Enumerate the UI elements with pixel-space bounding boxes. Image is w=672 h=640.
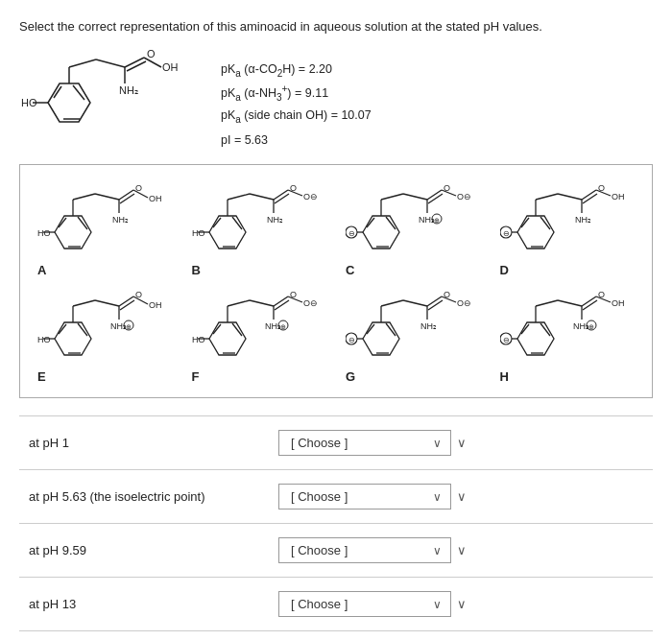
label-C: C bbox=[340, 263, 354, 277]
svg-text:⊕: ⊕ bbox=[434, 217, 440, 224]
svg-line-58 bbox=[427, 190, 442, 200]
pi-value: pI = 5.63 bbox=[221, 130, 372, 151]
pka-line2: pKa (α-NH3+) = 9.11 bbox=[221, 81, 372, 106]
select-wrapper-4: [ Choose ] ABCD EFGH bbox=[278, 591, 451, 617]
chevron-down-icon-1: ∨ bbox=[457, 436, 467, 450]
svg-line-10 bbox=[127, 61, 146, 71]
svg-text:⊕: ⊕ bbox=[280, 323, 286, 330]
svg-line-41 bbox=[274, 190, 288, 200]
svg-line-26 bbox=[120, 194, 134, 203]
molecule-cell-D: ⊖ O OH NH₂ D bbox=[491, 175, 645, 281]
label-A: A bbox=[32, 263, 46, 277]
choose-select-4[interactable]: [ Choose ] ABCD EFGH bbox=[278, 591, 451, 617]
svg-line-57 bbox=[403, 194, 427, 200]
svg-text:O⊖: O⊖ bbox=[303, 298, 318, 308]
question-row-1: at pH 1 [ Choose ] ABCD EFGH ∨ bbox=[19, 416, 653, 470]
svg-marker-16 bbox=[55, 216, 91, 249]
instructions: Select the correct representation of thi… bbox=[19, 17, 653, 36]
svg-text:O⊖: O⊖ bbox=[457, 192, 471, 201]
svg-text:⊕: ⊕ bbox=[588, 323, 594, 330]
svg-line-25 bbox=[119, 190, 133, 200]
svg-line-75 bbox=[536, 194, 558, 200]
label-G: G bbox=[340, 369, 355, 384]
svg-text:HO: HO bbox=[37, 335, 51, 344]
dropdown-wrapper-1: [ Choose ] ABCD EFGH ∨ bbox=[278, 430, 467, 456]
svg-line-40 bbox=[250, 194, 274, 200]
dropdown-wrapper-2: [ Choose ] ABCD EFGH ∨ bbox=[278, 484, 467, 510]
molecule-cell-H: ⊖ O OH NH₃ ⊕ H bbox=[491, 281, 645, 388]
svg-marker-122 bbox=[363, 322, 399, 355]
svg-text:⊖: ⊖ bbox=[348, 336, 355, 344]
choose-select-2[interactable]: [ Choose ] ABCD EFGH bbox=[278, 484, 451, 510]
svg-line-92 bbox=[95, 300, 119, 306]
svg-text:OH: OH bbox=[162, 61, 179, 73]
svg-line-111 bbox=[274, 296, 288, 306]
pka-line1: pKa (α-CO2H) = 2.20 bbox=[221, 59, 372, 82]
question-row-2: at pH 5.63 (the isoelectric point) [ Cho… bbox=[19, 470, 653, 524]
svg-text:HO: HO bbox=[192, 228, 205, 238]
svg-text:⊖: ⊖ bbox=[503, 229, 510, 238]
pka-info: pKa (α-CO2H) = 2.20 pKa (α-NH3+) = 9.11 … bbox=[221, 50, 372, 152]
svg-text:NH₂: NH₂ bbox=[267, 215, 283, 225]
svg-line-94 bbox=[120, 300, 134, 310]
chevron-down-icon-3: ∨ bbox=[457, 543, 467, 557]
svg-line-8 bbox=[96, 59, 125, 67]
label-B: B bbox=[186, 263, 201, 277]
molecule-grid: HO O OH NH₂ A HO O bbox=[19, 164, 653, 398]
svg-line-146 bbox=[558, 300, 582, 306]
svg-text:NH₂: NH₂ bbox=[575, 215, 591, 225]
svg-line-59 bbox=[428, 194, 443, 203]
svg-marker-32 bbox=[209, 216, 246, 249]
svg-text:NH₂: NH₂ bbox=[112, 215, 129, 225]
chevron-down-icon-4: ∨ bbox=[457, 597, 467, 611]
chevron-down-icon-2: ∨ bbox=[457, 489, 467, 504]
label-F: F bbox=[186, 369, 200, 384]
svg-line-145 bbox=[536, 300, 558, 306]
main-molecule: HO O OH NH₂ bbox=[19, 50, 202, 139]
svg-marker-0 bbox=[48, 83, 90, 122]
svg-line-128 bbox=[381, 300, 403, 306]
question-row-4: at pH 13 [ Choose ] ABCD EFGH ∨ bbox=[19, 578, 653, 631]
svg-text:OH: OH bbox=[612, 192, 625, 201]
svg-line-39 bbox=[228, 194, 250, 200]
dropdown-wrapper-4: [ Choose ] ABCD EFGH ∨ bbox=[278, 591, 467, 617]
svg-text:HO: HO bbox=[37, 228, 51, 238]
molecule-cell-B: HO O O⊖ NH₂ B bbox=[182, 175, 337, 281]
svg-text:⊕: ⊕ bbox=[126, 323, 132, 330]
select-wrapper-3: [ Choose ] ABCD EFGH bbox=[278, 537, 451, 563]
svg-line-77 bbox=[582, 190, 596, 200]
svg-text:OH: OH bbox=[149, 300, 162, 310]
choose-select-3[interactable]: [ Choose ] ABCD EFGH bbox=[278, 537, 451, 563]
question-label-2: at pH 5.63 (the isoelectric point) bbox=[29, 489, 278, 504]
choose-select-1[interactable]: [ Choose ] ABCD EFGH bbox=[278, 430, 451, 456]
svg-text:HO: HO bbox=[21, 97, 37, 108]
pka-line3: pKa (side chain OH) = 10.07 bbox=[221, 106, 372, 128]
question-section: at pH 1 [ Choose ] ABCD EFGH ∨ at pH 5.6… bbox=[19, 415, 653, 631]
svg-line-109 bbox=[228, 300, 250, 306]
svg-marker-102 bbox=[209, 322, 246, 355]
label-H: H bbox=[494, 369, 509, 384]
question-label-4: at pH 13 bbox=[29, 597, 278, 611]
svg-line-147 bbox=[582, 296, 596, 306]
svg-text:HO: HO bbox=[192, 335, 205, 344]
label-D: D bbox=[494, 263, 509, 277]
svg-line-76 bbox=[558, 194, 582, 200]
svg-line-7 bbox=[69, 59, 96, 67]
molecule-cell-F: HO O O⊖ NH₃ ⊕ F bbox=[182, 281, 337, 388]
svg-line-110 bbox=[250, 300, 274, 306]
svg-text:O⊖: O⊖ bbox=[457, 298, 471, 308]
svg-text:⊖: ⊖ bbox=[503, 336, 510, 344]
svg-line-93 bbox=[119, 296, 133, 306]
molecule-cell-G: ⊖ O O⊖ NH₂ G bbox=[336, 281, 491, 388]
svg-text:⊖: ⊖ bbox=[348, 229, 355, 238]
svg-line-112 bbox=[275, 300, 289, 310]
svg-line-2 bbox=[73, 85, 84, 100]
molecule-cell-E: HO O OH NH₃ ⊕ E bbox=[28, 281, 182, 388]
svg-text:O: O bbox=[147, 50, 156, 59]
label-E: E bbox=[32, 369, 46, 384]
svg-marker-139 bbox=[517, 322, 554, 355]
question-label-3: at pH 9.59 bbox=[29, 543, 278, 557]
svg-text:OH: OH bbox=[612, 298, 625, 308]
molecule-cell-C: ⊖ O O⊖ NH₃ ⊕ C bbox=[336, 175, 491, 281]
svg-line-130 bbox=[427, 296, 442, 306]
